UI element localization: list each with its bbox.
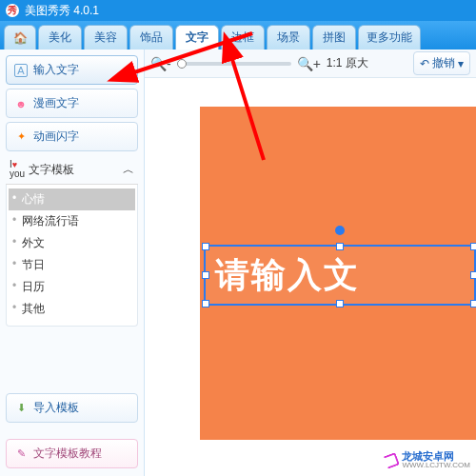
zoom-ratio-label[interactable]: 1:1 原大: [327, 55, 368, 71]
resize-handle-br[interactable]: [470, 300, 476, 307]
text-placeholder[interactable]: 请输入文: [215, 252, 360, 299]
tree-item-mood[interactable]: 心情: [9, 188, 135, 210]
rotate-handle[interactable]: [335, 226, 345, 235]
watermark: 龙城安卓网 WWW.LCJTW.COM: [385, 450, 470, 470]
resize-handle-bm[interactable]: [336, 300, 344, 307]
tab-decor-label: 饰品: [140, 30, 163, 46]
undo-dropdown-icon[interactable]: ▾: [458, 57, 464, 70]
app-title: 美图秀秀 4.0.1: [25, 3, 99, 19]
comic-icon: ☻: [14, 97, 28, 110]
resize-handle-tl[interactable]: [202, 243, 209, 250]
template-section-header[interactable]: I♥you 文字模板 ︿: [6, 155, 138, 185]
app-logo-icon: 秀: [6, 4, 19, 17]
wand-icon: ✎: [14, 447, 28, 461]
comic-text-label: 漫画文字: [33, 95, 79, 111]
zoom-slider-thumb[interactable]: [177, 59, 187, 69]
tutorial-label: 文字模板教程: [33, 446, 102, 462]
watermark-url: WWW.LCJTW.COM: [402, 462, 470, 470]
resize-handle-bl[interactable]: [202, 300, 209, 307]
zoom-slider[interactable]: [177, 62, 291, 66]
tab-more[interactable]: 更多功能: [358, 25, 421, 50]
anim-text-button[interactable]: ✦ 动画闪字: [6, 122, 138, 151]
home-icon: 🏠: [13, 31, 28, 45]
undo-label: 撤销: [432, 55, 455, 71]
import-label: 导入模板: [33, 400, 79, 416]
tree-item-other[interactable]: 其他: [9, 298, 135, 320]
anim-icon: ✦: [14, 130, 28, 144]
template-tree: 心情 网络流行语 外文 节日 日历 其他: [6, 185, 138, 327]
main-tabbar: 🏠 美化 美容 饰品 文字 边框 场景 拼图 更多功能: [0, 21, 476, 50]
resize-handle-mr[interactable]: [470, 271, 476, 279]
resize-handle-tm[interactable]: [336, 243, 344, 250]
tab-more-label: 更多功能: [367, 30, 412, 46]
tree-item-foreign[interactable]: 外文: [9, 232, 135, 254]
tab-collage-label: 拼图: [323, 30, 346, 46]
resize-handle-tr[interactable]: [470, 243, 476, 250]
heart-icon: I♥you: [10, 160, 25, 179]
canvas-toolbar: 🔍- 🔍+ 1:1 原大 ↶ 撤销 ▾: [145, 50, 476, 78]
undo-icon: ↶: [420, 57, 429, 70]
tab-text[interactable]: 文字: [175, 25, 219, 50]
zoom-out-icon[interactable]: 🔍-: [150, 56, 171, 71]
tree-item-festival[interactable]: 节日: [9, 254, 135, 276]
sidebar: A 输入文字 ☻ 漫画文字 ✦ 动画闪字 I♥you 文字模板 ︿ 心情 网络流…: [0, 50, 145, 476]
undo-button[interactable]: ↶ 撤销 ▾: [413, 51, 470, 75]
canvas-area: 🔍- 🔍+ 1:1 原大 ↶ 撤销 ▾: [145, 50, 476, 476]
tab-beautify[interactable]: 美化: [38, 25, 82, 50]
tab-decor[interactable]: 饰品: [129, 25, 173, 50]
import-template-button[interactable]: ⬇ 导入模板: [6, 393, 138, 423]
tab-portrait-label: 美容: [94, 30, 117, 46]
resize-handle-ml[interactable]: [202, 271, 209, 279]
tab-frame-label: 边框: [231, 30, 254, 46]
template-header-label: 文字模板: [29, 162, 74, 178]
tutorial-button[interactable]: ✎ 文字模板教程: [6, 439, 138, 468]
comic-text-button[interactable]: ☻ 漫画文字: [6, 89, 138, 118]
import-icon: ⬇: [14, 402, 28, 415]
tab-portrait[interactable]: 美容: [84, 25, 128, 50]
canvas[interactable]: 请输入文 龙城安卓网 WWW.LCJTW.COM: [145, 78, 476, 476]
anim-text-label: 动画闪字: [33, 129, 79, 145]
collapse-icon[interactable]: ︿: [123, 162, 134, 178]
tab-text-label: 文字: [186, 30, 208, 46]
tab-scene[interactable]: 场景: [267, 25, 310, 50]
tab-scene-label: 场景: [277, 30, 300, 46]
tree-item-calendar[interactable]: 日历: [9, 276, 135, 298]
text-a-icon: A: [14, 64, 28, 77]
tab-beautify-label: 美化: [49, 30, 71, 46]
tab-frame[interactable]: 边框: [221, 25, 265, 50]
input-text-label: 输入文字: [33, 62, 79, 78]
tree-item-netslang[interactable]: 网络流行语: [9, 210, 135, 232]
tab-home[interactable]: 🏠: [4, 25, 36, 50]
text-selection-box[interactable]: 请输入文: [204, 245, 476, 306]
tab-collage[interactable]: 拼图: [312, 25, 356, 50]
input-text-button[interactable]: A 输入文字: [6, 55, 138, 85]
titlebar: 秀 美图秀秀 4.0.1: [0, 0, 476, 21]
zoom-in-icon[interactable]: 🔍+: [297, 56, 321, 71]
watermark-logo-icon: [383, 452, 400, 469]
